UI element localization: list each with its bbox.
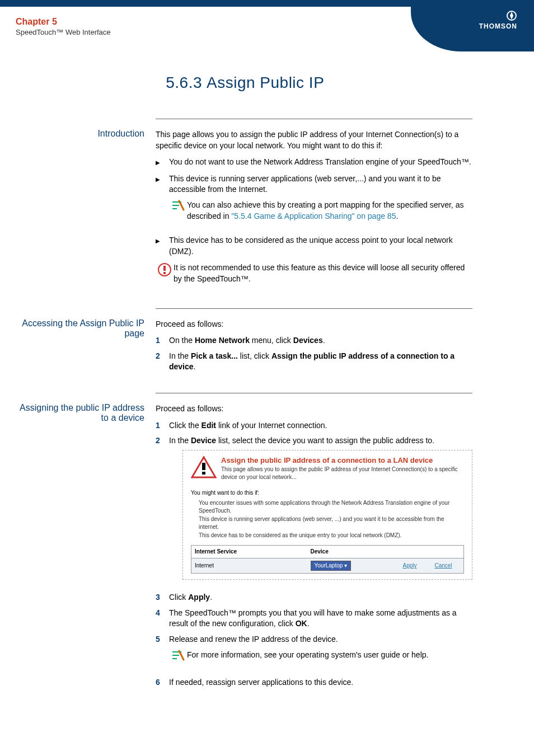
shot-title: Assign the public IP address of a connec…	[221, 456, 464, 465]
intro-label: Introduction	[16, 119, 156, 293]
warning-icon	[156, 262, 174, 280]
shot-list-item: This device has to be considered as the …	[199, 532, 464, 539]
intro-bullet-2: This device is running server applicatio…	[169, 173, 472, 195]
svg-rect-3	[163, 272, 166, 274]
shot-desc: This page allows you to assign the publi…	[221, 466, 464, 481]
assign-lead: Proceed as follows:	[156, 403, 472, 415]
link-game-sharing[interactable]: "5.5.4 Game & Application Sharing" on pa…	[231, 212, 396, 220]
assign-info: For more information, see your operating…	[187, 650, 428, 661]
chapter-subtitle: SpeedTouch™ Web Interface	[16, 28, 111, 36]
tip-icon	[169, 200, 187, 215]
bullet-icon: ▶	[156, 176, 160, 229]
tip-icon	[169, 650, 187, 665]
assign-step-4: The SpeedTouch™ prompts you that you wil…	[169, 608, 472, 630]
shot-th-service: Internet Service	[195, 548, 311, 556]
shot-apply-link[interactable]: Apply	[402, 562, 416, 569]
chapter-title: Chapter 5	[16, 17, 111, 27]
svg-rect-5	[202, 463, 205, 470]
thomson-logo: THOMSON	[411, 0, 534, 51]
assign-step-6: If needed, reassign server applications …	[169, 677, 353, 688]
assign-step-3: Click Apply.	[169, 592, 212, 603]
intro-tip: You can also achieve this by creating a …	[187, 200, 472, 222]
bullet-icon: ▶	[156, 159, 160, 168]
assign-step-2: In the Device list, select the device yo…	[169, 435, 472, 447]
shot-list-item: This device is running server applicatio…	[199, 515, 464, 531]
shot-device-select[interactable]: YourLaptop ▾	[311, 561, 352, 571]
intro-bullet-3: This device has to be considered as the …	[169, 235, 472, 257]
assign-step-1: Click the Edit link of your Internet con…	[169, 420, 327, 431]
assign-label: Assigning the public IP address to a dev…	[16, 393, 156, 693]
shot-cancel-link[interactable]: Cancel	[434, 562, 452, 569]
shot-sub: You might want to do this if:	[191, 489, 464, 497]
shot-warning-icon	[191, 456, 217, 478]
access-label: Accessing the Assign Public IP page	[16, 308, 156, 377]
intro-bullet-1: You do not want to use the Network Addre…	[169, 157, 471, 168]
shot-list-item: You encounter issues with some applicati…	[199, 499, 464, 515]
shot-svc: Internet	[195, 562, 311, 570]
shot-th-device: Device	[311, 548, 394, 556]
page-header: Chapter 5 SpeedTouch™ Web Interface THOM…	[0, 0, 534, 51]
svg-rect-2	[163, 266, 166, 271]
svg-rect-6	[202, 472, 205, 475]
intro-warning: It is not recommended to use this featur…	[174, 262, 472, 284]
page-title: 5.6.3Assign Public IP	[0, 74, 534, 92]
access-lead: Proceed as follows:	[156, 319, 472, 330]
access-step-2: In the Pick a task... list, click Assign…	[169, 351, 472, 373]
ui-screenshot: Assign the public IP address of a connec…	[182, 450, 472, 580]
assign-step-5: Release and renew the IP address of the …	[169, 634, 472, 645]
intro-lead: This page allows you to assign the publi…	[156, 129, 472, 151]
access-step-1: On the Home Network menu, click Devices.	[169, 335, 325, 346]
bullet-icon: ▶	[156, 237, 160, 257]
